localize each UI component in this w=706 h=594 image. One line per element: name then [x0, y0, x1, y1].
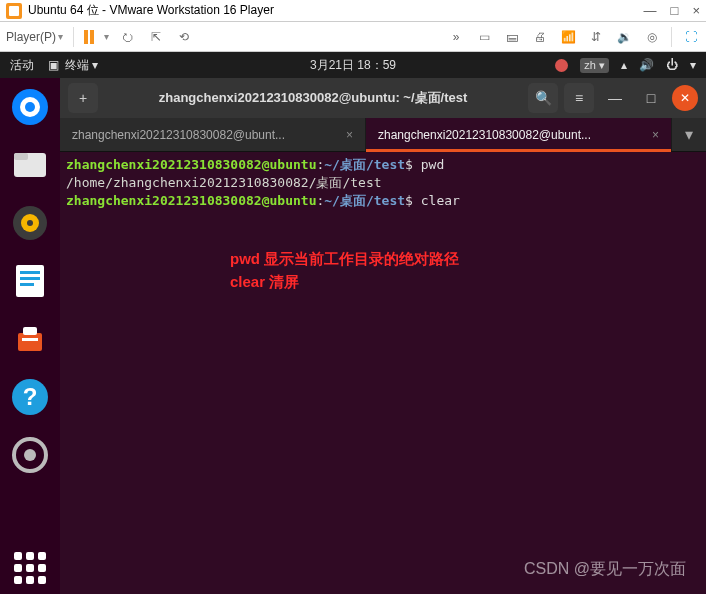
- svg-rect-16: [22, 338, 38, 341]
- command-text: clear: [421, 193, 460, 208]
- popout-icon[interactable]: ⇱: [147, 28, 165, 46]
- host-maximize-button[interactable]: □: [671, 3, 679, 18]
- prompt-user: zhangchenxi20212310830082@ubuntu: [66, 157, 316, 172]
- disk-icon[interactable]: 🖴: [503, 28, 521, 46]
- tab-label: zhangchenxi20212310830082@ubunt...: [378, 128, 591, 142]
- usb-icon[interactable]: ⇵: [587, 28, 605, 46]
- net-icon[interactable]: 📶: [559, 28, 577, 46]
- activities-button[interactable]: 活动: [10, 57, 34, 74]
- tab-close-icon[interactable]: ×: [652, 128, 659, 142]
- dock-settings[interactable]: [7, 432, 53, 478]
- hamburger-menu-button[interactable]: ≡: [564, 83, 594, 113]
- screen-icon[interactable]: ▭: [475, 28, 493, 46]
- vmware-toolbar: Player(P) ▾ ⭮ ⇱ ⟲ » ▭ 🖴 🖨 📶 ⇵ 🔉 ◎ ⛶: [0, 22, 706, 52]
- ubuntu-dock: ?: [0, 52, 60, 594]
- annotation-line: pwd 显示当前工作目录的绝对路径: [230, 248, 459, 271]
- svg-point-9: [27, 220, 33, 226]
- prompt-dollar: $: [405, 193, 421, 208]
- window-close-button[interactable]: ✕: [672, 85, 698, 111]
- dock-libreoffice-writer[interactable]: [7, 258, 53, 304]
- prompt-user: zhangchenxi20212310830082@ubuntu: [66, 193, 316, 208]
- svg-point-4: [25, 102, 35, 112]
- ubuntu-desktop: 活动 ▣ 终端 ▾ 3月21日 18：59 zh ▾ ▴ 🔊 ⏻ ▾ ? + z…: [0, 52, 706, 594]
- input-language[interactable]: zh ▾: [580, 58, 609, 73]
- output-line: /home/zhangchenxi20212310830082/桌面/test: [66, 175, 382, 190]
- svg-rect-13: [20, 283, 34, 286]
- svg-rect-1: [9, 6, 19, 16]
- dock-files[interactable]: [7, 142, 53, 188]
- vmware-titlebar: Ubuntu 64 位 - VMware Workstation 16 Play…: [0, 0, 706, 22]
- svg-rect-15: [23, 327, 37, 335]
- svg-rect-12: [20, 277, 40, 280]
- player-menu[interactable]: Player(P): [6, 30, 63, 44]
- system-caret-icon[interactable]: ▾: [690, 58, 696, 72]
- app-menu-label: 终端 ▾: [65, 57, 98, 74]
- clock[interactable]: 3月21日 18：59: [310, 57, 396, 74]
- host-minimize-button[interactable]: —: [644, 3, 657, 18]
- volume-icon[interactable]: 🔊: [639, 58, 654, 72]
- sound-icon[interactable]: 🔉: [615, 28, 633, 46]
- host-close-button[interactable]: ×: [692, 3, 700, 18]
- dock-thunderbird[interactable]: [7, 84, 53, 130]
- separator: [671, 27, 672, 47]
- gnome-top-bar: 活动 ▣ 终端 ▾ 3月21日 18：59 zh ▾ ▴ 🔊 ⏻ ▾: [0, 52, 706, 78]
- terminal-window: + zhangchenxi20212310830082@ubuntu: ~/桌面…: [60, 78, 706, 594]
- print-icon[interactable]: 🖨: [531, 28, 549, 46]
- csdn-watermark: CSDN @要见一万次面: [524, 559, 686, 580]
- search-button[interactable]: 🔍: [528, 83, 558, 113]
- terminal-title: zhangchenxi20212310830082@ubuntu: ~/桌面/t…: [104, 89, 522, 107]
- dock-software[interactable]: [7, 316, 53, 362]
- svg-text:?: ?: [23, 383, 38, 410]
- pause-button[interactable]: [84, 30, 94, 44]
- notification-dot-icon[interactable]: [555, 59, 568, 72]
- svg-rect-6: [14, 153, 28, 160]
- tab-close-icon[interactable]: ×: [346, 128, 353, 142]
- arrows-icon[interactable]: »: [447, 28, 465, 46]
- terminal-titlebar: + zhangchenxi20212310830082@ubuntu: ~/桌面…: [60, 78, 706, 118]
- dropdown-caret-icon[interactable]: ▾: [104, 31, 109, 42]
- prompt-dollar: $: [405, 157, 421, 172]
- window-minimize-button[interactable]: —: [600, 83, 630, 113]
- prompt-path: ~/桌面/test: [324, 193, 405, 208]
- terminal-body[interactable]: zhangchenxi20212310830082@ubuntu:~/桌面/te…: [60, 152, 706, 594]
- vmware-logo-icon: [6, 3, 22, 19]
- svg-rect-14: [18, 333, 42, 351]
- svg-rect-10: [16, 265, 44, 297]
- fullscreen-icon[interactable]: ⛶: [682, 28, 700, 46]
- tab-1[interactable]: zhangchenxi20212310830082@ubunt... ×: [366, 118, 672, 151]
- dock-help[interactable]: ?: [7, 374, 53, 420]
- network-icon[interactable]: ▴: [621, 58, 627, 72]
- app-menu[interactable]: ▣ 终端 ▾: [48, 57, 98, 74]
- window-maximize-button[interactable]: □: [636, 83, 666, 113]
- separator: [73, 27, 74, 47]
- dock-rhythmbox[interactable]: [7, 200, 53, 246]
- svg-point-20: [24, 449, 36, 461]
- send-ctrl-alt-del-icon[interactable]: ⭮: [119, 28, 137, 46]
- tabs-overflow-caret-icon[interactable]: ▾: [672, 118, 706, 151]
- power-icon[interactable]: ⏻: [666, 58, 678, 72]
- terminal-icon: ▣: [48, 58, 59, 72]
- cycle-icon[interactable]: ⟲: [175, 28, 193, 46]
- svg-rect-11: [20, 271, 40, 274]
- terminal-tabs: zhangchenxi20212310830082@ubunt... × zha…: [60, 118, 706, 152]
- tab-0[interactable]: zhangchenxi20212310830082@ubunt... ×: [60, 118, 366, 151]
- command-text: pwd: [421, 157, 444, 172]
- annotation-line: clear 清屏: [230, 271, 459, 294]
- tab-label: zhangchenxi20212310830082@ubunt...: [72, 128, 285, 142]
- cd-icon[interactable]: ◎: [643, 28, 661, 46]
- annotation-overlay: pwd 显示当前工作目录的绝对路径 clear 清屏: [230, 248, 459, 293]
- prompt-path: ~/桌面/test: [324, 157, 405, 172]
- new-tab-button[interactable]: +: [68, 83, 98, 113]
- host-window-title: Ubuntu 64 位 - VMware Workstation 16 Play…: [28, 2, 274, 19]
